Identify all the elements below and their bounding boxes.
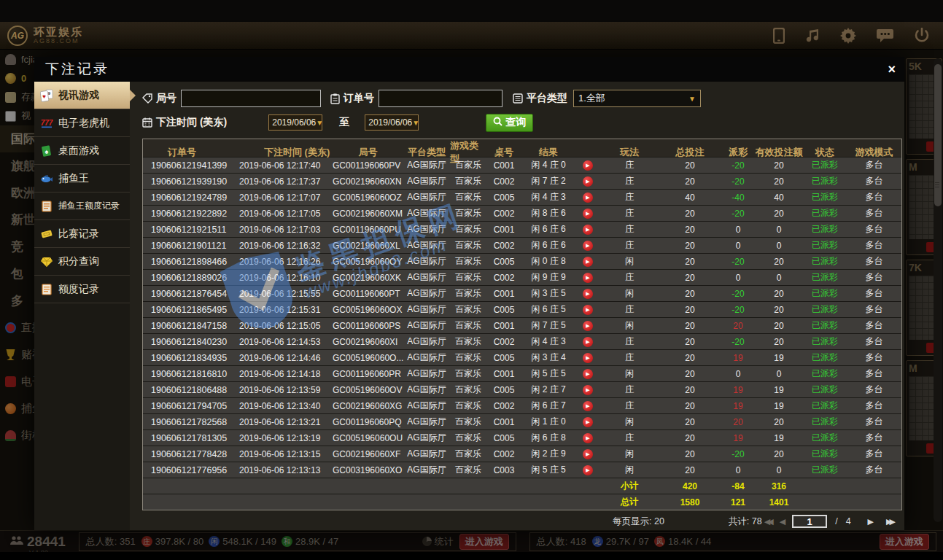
table-body: 1906061219413992019-06-06 12:17:40GC0011…: [143, 157, 901, 478]
menu-label: 积分查询: [58, 255, 99, 268]
table-row[interactable]: 1906061218168102019-06-06 12:14:18GC0011…: [143, 365, 901, 381]
page-scrollbar[interactable]: [934, 58, 942, 522]
calendar-icon: [142, 117, 152, 128]
prev-page-icon[interactable]: ◀: [780, 517, 785, 526]
menu-item-fishing-king[interactable]: 捕鱼王: [34, 165, 130, 192]
table-row[interactable]: 1906061218349352019-06-06 12:14:46GC0051…: [143, 349, 901, 365]
table-row[interactable]: 1906061219413992019-06-06 12:17:40GC0011…: [143, 157, 901, 173]
close-icon[interactable]: ×: [888, 63, 896, 76]
subtotal-row: 小计 420 -84 316: [143, 478, 901, 494]
play-video-icon[interactable]: ▶: [583, 449, 593, 459]
total-valid: 1401: [755, 494, 803, 510]
enter-game-button-1[interactable]: 进入游戏: [459, 534, 509, 550]
table-row[interactable]: 1906061218654952019-06-06 12:15:31GC0051…: [143, 301, 901, 317]
table-row[interactable]: 1906061218471582019-06-06 12:15:05GC0011…: [143, 317, 901, 333]
first-page-icon[interactable]: ◀◀: [764, 517, 771, 526]
table-row[interactable]: 1906061219391902019-06-06 12:17:37GC0021…: [143, 173, 901, 189]
table-row[interactable]: 1906061217947052019-06-06 12:13:40GC0021…: [143, 397, 901, 413]
table-row[interactable]: 1906061219247892019-06-06 12:17:07GC0051…: [143, 189, 901, 205]
coin-icon: [5, 73, 16, 84]
search-button[interactable]: 查询: [486, 114, 533, 132]
phone-icon[interactable]: [773, 28, 785, 44]
last-page-icon[interactable]: ▶▶: [886, 517, 893, 526]
play-video-icon[interactable]: ▶: [583, 417, 593, 427]
round-number-input[interactable]: [181, 90, 321, 107]
slot-777-icon: 777: [40, 117, 53, 130]
table-row[interactable]: 1906061218984662019-06-06 12:16:26GC0051…: [143, 253, 901, 269]
menu-item-contest-records[interactable]: 比赛记录: [34, 220, 130, 248]
gear-icon[interactable]: [840, 28, 856, 44]
menu-item-fishing-quota-records[interactable]: 捕鱼王额度记录: [34, 192, 130, 220]
table-row[interactable]: 1906061219215112019-06-06 12:17:03GC0011…: [143, 221, 901, 237]
menu-item-points-inquiry[interactable]: 积分查询: [34, 248, 130, 276]
table-row[interactable]: 1906061217825682019-06-06 12:13:21GC0011…: [143, 413, 901, 429]
play-video-icon[interactable]: ▶: [583, 257, 593, 267]
table-row[interactable]: 1906061218890262019-06-06 12:16:10GC0021…: [143, 269, 901, 285]
round-filter-label: 局号: [142, 92, 176, 105]
menu-label: 电子老虎机: [58, 117, 109, 130]
date-to-picker[interactable]: 2019/06/06 ▼: [365, 114, 419, 131]
svg-text:777: 777: [41, 119, 53, 127]
play-video-icon[interactable]: ▶: [583, 160, 593, 171]
play-video-icon[interactable]: ▶: [583, 433, 593, 443]
chevron-down-icon: ▼: [412, 119, 419, 127]
order-number-input[interactable]: [379, 90, 502, 107]
menu-item-quota-records[interactable]: 额度记录: [34, 276, 130, 303]
brand-logo: AG 环亚娱乐 AG88.COM: [7, 26, 83, 46]
play-video-icon[interactable]: ▶: [583, 209, 593, 219]
play-video-icon[interactable]: ▶: [583, 225, 593, 235]
play-video-icon[interactable]: ▶: [583, 176, 593, 187]
chat-icon[interactable]: [876, 28, 894, 44]
play-video-icon[interactable]: ▶: [583, 273, 593, 283]
total-label: 总计: [600, 494, 659, 510]
subtotal-payout: -84: [721, 478, 755, 494]
table-row[interactable]: 1906061219011212019-06-06 12:16:32GC0021…: [143, 237, 901, 253]
play-video-icon[interactable]: ▶: [583, 289, 593, 299]
per-page-label: 每页显示: 20: [613, 516, 664, 528]
play-video-icon[interactable]: ▶: [583, 385, 593, 395]
fish-icon: [5, 403, 16, 414]
menu-item-table-games[interactable]: ♠ 桌面游戏: [34, 137, 130, 165]
brand-name: 环亚娱乐: [34, 26, 83, 37]
table-row[interactable]: 1906061217769562019-06-06 12:13:13GC0031…: [143, 462, 901, 478]
stats-button[interactable]: 统计: [422, 535, 454, 548]
power-icon[interactable]: [914, 28, 930, 44]
play-video-icon[interactable]: ▶: [583, 241, 593, 251]
platform-selected-value: 1.全部: [578, 92, 605, 105]
ag-logo-icon: AG: [7, 26, 28, 46]
table-row[interactable]: 1906061218402302019-06-06 12:14:53GC0021…: [143, 333, 901, 349]
play-video-icon[interactable]: ▶: [583, 337, 593, 347]
menu-item-video-games[interactable]: 9♥ 视讯游戏: [34, 82, 130, 109]
total-pages: 4: [846, 516, 851, 526]
table-row[interactable]: 1906061217813052019-06-06 12:13:19GC0051…: [143, 429, 901, 446]
enter-game-button-2[interactable]: 进入游戏: [880, 534, 929, 550]
trophy-icon: [5, 349, 16, 360]
table-row[interactable]: 1906061218764542019-06-06 12:15:55GC0011…: [143, 285, 901, 301]
table-row[interactable]: 1906061218064882019-06-06 12:13:59GC0051…: [143, 381, 901, 397]
menu-item-slots[interactable]: 777 电子老虎机: [34, 109, 130, 137]
page-number-input[interactable]: [792, 515, 827, 528]
tag-icon: [142, 93, 152, 104]
play-video-icon[interactable]: ▶: [583, 369, 593, 379]
top-black-strip: [0, 0, 943, 22]
deposit-icon: [5, 92, 16, 103]
play-video-icon[interactable]: ▶: [583, 353, 593, 363]
next-page-icon[interactable]: ▶: [868, 517, 874, 526]
date-from-picker[interactable]: 2019/06/06 ▼: [268, 114, 322, 131]
menu-label: 比赛记录: [58, 228, 99, 241]
play-video-icon[interactable]: ▶: [583, 321, 593, 331]
table-row[interactable]: 1906061219228922019-06-06 12:17:05GC0021…: [143, 205, 901, 221]
platform-type-select[interactable]: 1.全部 ▼: [573, 90, 701, 107]
svg-text:♥: ♥: [42, 93, 46, 100]
stats-pie-icon: [422, 537, 432, 546]
table-row[interactable]: 1906061217784282019-06-06 12:13:15GC0021…: [143, 446, 901, 462]
play-video-icon[interactable]: ▶: [583, 401, 593, 411]
total-count-label: 共计: 78: [729, 516, 762, 528]
players-total-1: 总人数: 351: [86, 535, 136, 548]
play-video-icon[interactable]: ▶: [583, 305, 593, 315]
chevron-down-icon: ▼: [316, 119, 323, 127]
clipboard-icon: [330, 93, 340, 104]
play-video-icon[interactable]: ▶: [583, 465, 593, 475]
music-icon[interactable]: [804, 28, 820, 44]
play-video-icon[interactable]: ▶: [583, 192, 593, 203]
